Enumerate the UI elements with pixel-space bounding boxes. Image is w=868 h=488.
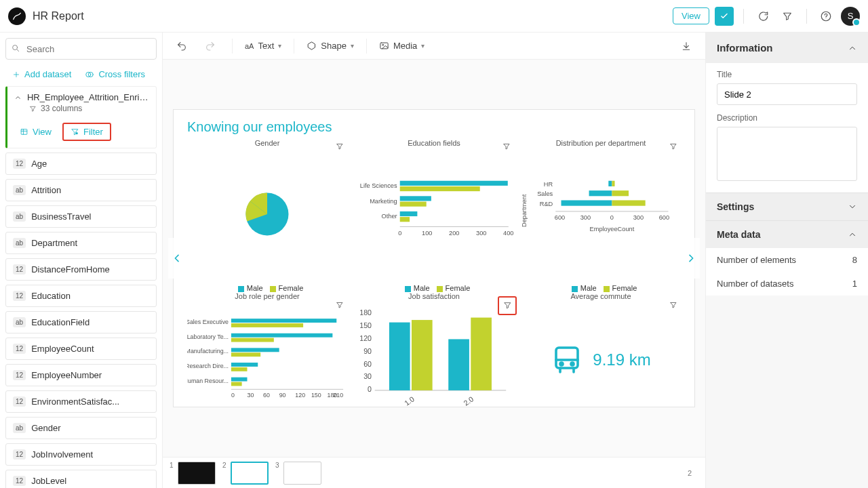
column-item[interactable]: 12EmployeeNumber — [5, 364, 157, 386]
svg-text:Manufacturing...: Manufacturing... — [187, 348, 229, 354]
chevron-up-icon[interactable] — [14, 94, 22, 102]
columns-list[interactable]: 12AgeabAttritionabBusinessTravelabDepart… — [0, 152, 162, 488]
svg-rect-33 — [561, 200, 612, 205]
search-input[interactable] — [5, 38, 157, 60]
svg-rect-12 — [400, 186, 480, 191]
media-tool[interactable]: Media▾ — [379, 41, 425, 51]
svg-rect-15 — [400, 202, 427, 207]
svg-rect-5 — [21, 129, 27, 135]
svg-text:150: 150 — [311, 392, 321, 399]
svg-rect-76 — [448, 339, 469, 390]
svg-rect-43 — [231, 319, 336, 323]
user-avatar[interactable]: S — [841, 7, 860, 26]
svg-rect-34 — [612, 200, 645, 205]
redo-button[interactable] — [201, 37, 220, 56]
add-dataset-label: Add dataset — [24, 69, 71, 79]
svg-text:0: 0 — [398, 230, 401, 237]
svg-rect-55 — [231, 378, 248, 382]
slide-tray: 1 2 3 2 — [163, 457, 705, 488]
column-item[interactable]: 12DistanceFromHome — [5, 258, 157, 281]
svg-rect-7 — [380, 43, 388, 49]
svg-rect-75 — [412, 320, 433, 390]
filter-small-icon — [29, 105, 37, 113]
svg-rect-30 — [612, 181, 614, 186]
slide-thumb-2[interactable] — [231, 462, 269, 485]
filter-icon[interactable] — [778, 7, 797, 26]
svg-rect-52 — [231, 363, 258, 367]
chart-job-role[interactable]: MaleFemale Job role per gender Sales Exe… — [187, 284, 347, 417]
column-item[interactable]: abGender — [5, 417, 157, 439]
dataset-block: HR_Employee_Attrition_Enriche... 33 colu… — [5, 86, 157, 148]
commute-value: 9.19 km — [593, 350, 650, 369]
description-label: Description — [717, 113, 857, 123]
svg-rect-74 — [389, 323, 410, 390]
svg-text:300: 300 — [633, 214, 644, 221]
help-icon[interactable] — [816, 7, 835, 26]
settings-header[interactable]: Settings — [706, 192, 868, 220]
shape-tool[interactable]: Shape▾ — [307, 41, 354, 51]
editor-toolbar: aAText▾ Shape▾ Media▾ — [163, 33, 705, 60]
slide-title-input[interactable] — [717, 83, 857, 105]
column-item[interactable]: 12Education — [5, 285, 157, 307]
svg-text:R&D: R&D — [540, 201, 553, 207]
bus-icon — [551, 344, 583, 376]
chart-average-commute[interactable]: MaleFemale Average commute 9.19 km — [521, 284, 681, 417]
column-item[interactable]: 12EmployeeCount — [5, 338, 157, 360]
svg-text:300: 300 — [476, 230, 486, 237]
info-header[interactable]: Information — [706, 33, 868, 63]
metadata-header[interactable]: Meta data — [706, 220, 868, 248]
column-item[interactable]: abBusinessTravel — [5, 205, 157, 228]
svg-text:600: 600 — [659, 214, 669, 221]
column-item[interactable]: 12EnvironmentSatisfac... — [5, 390, 157, 413]
chart-job-satisfaction[interactable]: MaleFemale Job satisfaction 180 150 120 … — [354, 284, 514, 417]
svg-text:Department: Department — [521, 194, 528, 227]
next-slide-button[interactable] — [682, 238, 700, 279]
title-label: Title — [717, 70, 857, 79]
svg-point-2 — [13, 45, 18, 50]
svg-text:90: 90 — [363, 347, 372, 355]
comments-icon[interactable] — [753, 7, 772, 26]
dataset-columns-count: 33 columns — [41, 104, 82, 113]
svg-rect-14 — [400, 196, 431, 201]
svg-rect-17 — [400, 211, 418, 216]
dataset-filter-button[interactable]: Filter — [62, 123, 111, 141]
right-panel: Information Title Description Settings M… — [705, 33, 868, 488]
column-item[interactable]: 12Age — [5, 152, 157, 175]
svg-text:Life Sciences: Life Sciences — [360, 182, 397, 189]
svg-text:180: 180 — [359, 308, 372, 317]
download-button[interactable] — [677, 37, 696, 56]
svg-text:100: 100 — [422, 230, 432, 237]
chart-education-fields[interactable]: Education fields Life Sciences Marketing… — [354, 139, 514, 279]
svg-rect-44 — [231, 323, 303, 327]
column-item[interactable]: 12JobInvolvement — [5, 443, 157, 466]
svg-text:Laboratory Te...: Laboratory Te... — [187, 333, 229, 340]
prev-slide-button[interactable] — [168, 238, 186, 279]
text-tool[interactable]: aAText▾ — [245, 41, 281, 51]
dataset-name[interactable]: HR_Employee_Attrition_Enriche... — [27, 92, 149, 102]
svg-rect-49 — [231, 348, 279, 352]
magic-button[interactable] — [715, 7, 734, 26]
view-mode-button[interactable]: View — [673, 7, 709, 24]
svg-text:0: 0 — [368, 385, 372, 393]
svg-point-1 — [826, 18, 827, 19]
slide-thumb-1[interactable] — [178, 462, 216, 485]
add-dataset-button[interactable]: Add dataset — [12, 69, 71, 79]
column-item[interactable]: abEducationField — [5, 311, 157, 333]
center-area: aAText▾ Shape▾ Media▾ Knowing our employ… — [163, 33, 705, 488]
undo-button[interactable] — [172, 37, 191, 56]
column-item[interactable]: 12JobLevel — [5, 470, 157, 488]
slide-thumb-3[interactable] — [283, 462, 321, 485]
svg-rect-47 — [231, 338, 274, 342]
cross-filters-button[interactable]: Cross filters — [85, 69, 145, 79]
app-bar: HR Report View S — [0, 0, 868, 33]
column-item[interactable]: abDepartment — [5, 232, 157, 254]
legend: MaleFemale — [187, 284, 347, 292]
chart-gender[interactable]: Gender — [187, 139, 347, 279]
column-item[interactable]: abAttrition — [5, 179, 157, 201]
chevron-up-icon — [848, 43, 857, 53]
slide-description-input[interactable] — [717, 127, 857, 181]
chart-department[interactable]: Distribution per department Department H… — [521, 139, 681, 279]
slide-canvas[interactable]: Knowing our employees Gender — [173, 109, 695, 407]
dataset-view-button[interactable]: View — [16, 124, 56, 140]
svg-text:0: 0 — [610, 214, 614, 221]
